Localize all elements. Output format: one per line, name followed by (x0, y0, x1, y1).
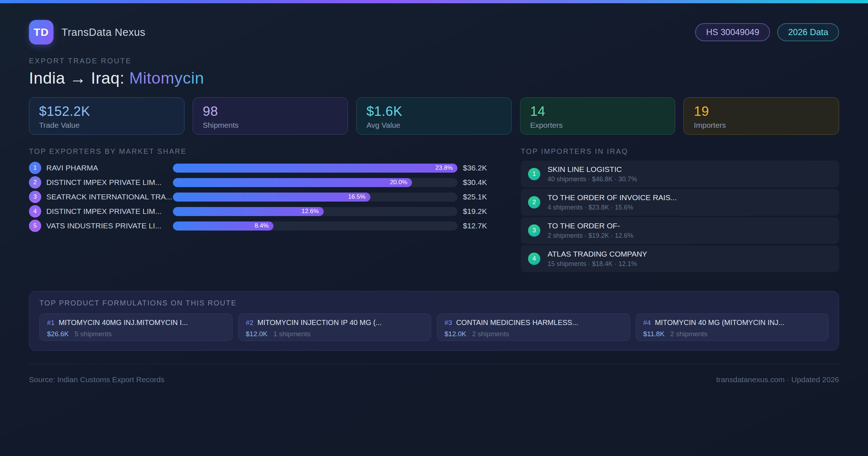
product-value: $12.0K (444, 330, 466, 338)
importer-info: TO THE ORDER OF INVOICE RAIS... 4 shipme… (548, 193, 677, 211)
product-title-line: #3 CONTAIN MEDICINES HARMLESS... (444, 318, 622, 327)
importer-meta: 2 shipments · $19.2K · 12.6% (548, 232, 633, 240)
product-value: $26.6K (47, 330, 69, 338)
importers-list: 1 SKIN LINE LOGISTIC 40 shipments · $46.… (521, 161, 839, 272)
main-columns: TOP EXPORTERS BY MARKET SHARE 1 RAVI PHA… (29, 147, 839, 274)
footer: Source: Indian Customs Export Records tr… (29, 364, 839, 384)
exporter-value: $30.4K (463, 178, 493, 187)
rank-badge: 2 (528, 196, 540, 208)
product-name-gradient: Mitomycin (129, 69, 204, 87)
market-share-bar-track: 12.6% (173, 207, 458, 216)
importer-name: TO THE ORDER OF- (548, 221, 633, 230)
stat-card-shipments: 98 Shipments (193, 97, 348, 135)
stat-label: Exporters (530, 121, 665, 130)
product-rank: #1 (47, 319, 55, 327)
exporter-row[interactable]: 5 VATS INDUSTRIES PRIVATE LI... 8.4% $12… (29, 219, 493, 233)
stat-label: Trade Value (39, 121, 174, 130)
brand-logo: TD (29, 20, 54, 45)
market-share-bar-fill: 20.0% (173, 178, 412, 187)
market-share-bar-track: 16.5% (173, 193, 458, 202)
product-value: $12.0K (246, 330, 268, 338)
stat-value: 19 (694, 104, 829, 119)
exporter-name: DISTINCT IMPEX PRIVATE LIM... (46, 178, 173, 187)
stat-cards-row: $152.2K Trade Value 98 Shipments $1.6K A… (29, 97, 839, 135)
dashboard-page: TD TransData Nexus HS 30049049 2026 Data… (0, 0, 868, 456)
product-rank: #4 (643, 319, 651, 327)
exporter-name: SEATRACK INTERNATIONAL TRA... (46, 193, 173, 201)
importer-meta: 4 shipments · $23.8K · 15.6% (548, 204, 677, 211)
exporter-row[interactable]: 1 RAVI PHARMA 23.8% $36.2K (29, 161, 493, 175)
rank-badge: 1 (29, 162, 41, 174)
top-importers-section: TOP IMPORTERS IN IRAQ 1 SKIN LINE LOGIST… (521, 147, 839, 274)
product-card[interactable]: #2 MITOMYCIN INJECTION IP 40 MG (... $12… (238, 313, 431, 341)
importer-meta: 40 shipments · $46.8K · 30.7% (548, 176, 637, 183)
market-share-bar-track: 23.8% (173, 164, 458, 173)
importer-info: SKIN LINE LOGISTIC 40 shipments · $46.8K… (548, 165, 637, 183)
importer-name: ATLAS TRADING COMPANY (548, 250, 647, 258)
importer-row[interactable]: 1 SKIN LINE LOGISTIC 40 shipments · $46.… (521, 161, 839, 187)
market-share-bar-track: 20.0% (173, 178, 458, 187)
product-shipments: 2 shipments (472, 330, 509, 338)
importer-row[interactable]: 4 ATLAS TRADING COMPANY 15 shipments · $… (521, 245, 839, 272)
products-section-title: TOP PRODUCT FORMULATIONS ON THIS ROUTE (39, 299, 829, 307)
stat-card-trade-value: $152.2K Trade Value (29, 97, 184, 135)
importer-meta: 15 shipments · $18.4K · 12.1% (548, 260, 647, 268)
stat-card-avg-value: $1.6K Avg Value (356, 97, 512, 135)
exporter-name: RAVI PHARMA (46, 164, 173, 172)
product-name: CONTAIN MEDICINES HARMLESS... (456, 318, 578, 327)
rank-badge: 1 (528, 168, 540, 180)
product-rank: #2 (246, 319, 254, 327)
app-title: TransData Nexus (61, 26, 145, 38)
stat-label: Importers (694, 121, 829, 130)
route-label: India → Iraq: (29, 69, 124, 87)
hs-code-badge: HS 30049049 (695, 23, 770, 41)
importer-name: TO THE ORDER OF INVOICE RAIS... (548, 193, 677, 202)
product-card[interactable]: #1 MITOMYCIN 40MG INJ.MITOMYCIN I... $26… (39, 313, 233, 341)
share-percent-label: 20.0% (390, 179, 407, 186)
importer-row[interactable]: 2 TO THE ORDER OF INVOICE RAIS... 4 ship… (521, 189, 839, 216)
product-card[interactable]: #3 CONTAIN MEDICINES HARMLESS... $12.0K … (437, 313, 630, 341)
importer-row[interactable]: 3 TO THE ORDER OF- 2 shipments · $19.2K … (521, 217, 839, 244)
exporter-row[interactable]: 3 SEATRACK INTERNATIONAL TRA... 16.5% $2… (29, 190, 493, 204)
exporter-value: $19.2K (463, 207, 493, 216)
product-name: MITOMYCIN 40 MG (MITOMYCIN INJ... (655, 318, 784, 327)
product-shipments: 1 shipments (273, 330, 310, 338)
stat-label: Shipments (203, 121, 338, 130)
header-badges: HS 30049049 2026 Data (695, 23, 839, 41)
rank-badge: 4 (29, 205, 41, 218)
rank-badge: 5 (29, 220, 41, 232)
product-meta-line: $11.8K 2 shipments (643, 330, 821, 338)
share-percent-label: 16.5% (348, 193, 365, 200)
exporter-value: $36.2K (463, 164, 493, 172)
stat-value: 98 (203, 104, 338, 119)
product-meta-line: $26.6K 5 shipments (47, 330, 225, 338)
product-card[interactable]: #4 MITOMYCIN 40 MG (MITOMYCIN INJ... $11… (636, 313, 829, 341)
product-name: MITOMYCIN 40MG INJ.MITOMYCIN I... (59, 318, 188, 327)
exporters-list: 1 RAVI PHARMA 23.8% $36.2K 2 DISTINCT IM… (29, 161, 493, 233)
stat-value: 14 (530, 104, 665, 119)
market-share-bar-fill: 8.4% (173, 221, 273, 231)
footer-site: transdatanexus.com · Updated 2026 (716, 375, 839, 384)
exporter-name: VATS INDUSTRIES PRIVATE LI... (46, 221, 173, 230)
exporter-row[interactable]: 4 DISTINCT IMPEX PRIVATE LIM... 12.6% $1… (29, 204, 493, 219)
product-title-line: #1 MITOMYCIN 40MG INJ.MITOMYCIN I... (47, 318, 225, 327)
product-meta-line: $12.0K 2 shipments (444, 330, 622, 338)
stat-label: Avg Value (366, 121, 502, 130)
stat-value: $152.2K (39, 104, 174, 119)
eyebrow-label: EXPORT TRADE ROUTE (29, 57, 839, 65)
top-exporters-section: TOP EXPORTERS BY MARKET SHARE 1 RAVI PHA… (29, 147, 493, 233)
rank-badge: 2 (29, 176, 41, 189)
market-share-bar-track: 8.4% (173, 221, 458, 231)
exporter-name: DISTINCT IMPEX PRIVATE LIM... (46, 207, 173, 216)
brand-logo-text: TD (34, 26, 49, 38)
stat-card-importers: 19 Importers (684, 97, 839, 135)
rank-badge: 4 (528, 253, 540, 265)
importers-section-title: TOP IMPORTERS IN IRAQ (521, 147, 839, 156)
exporters-section-title: TOP EXPORTERS BY MARKET SHARE (29, 147, 493, 156)
product-cards-row: #1 MITOMYCIN 40MG INJ.MITOMYCIN I... $26… (39, 313, 829, 341)
share-percent-label: 12.6% (301, 208, 319, 215)
exporter-value: $25.1K (463, 193, 493, 201)
stat-card-exporters: 14 Exporters (520, 97, 676, 135)
importer-name: SKIN LINE LOGISTIC (548, 165, 637, 174)
exporter-row[interactable]: 2 DISTINCT IMPEX PRIVATE LIM... 20.0% $3… (29, 175, 493, 190)
